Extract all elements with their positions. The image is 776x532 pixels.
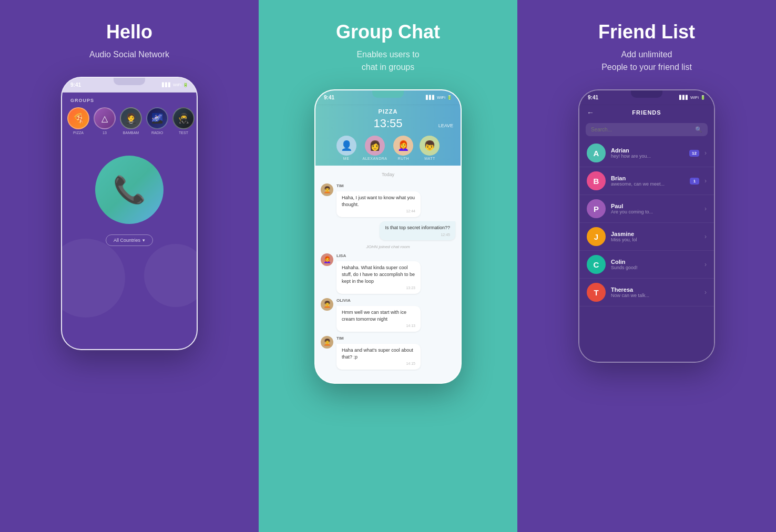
group-name-pizza: PIZZA <box>73 131 84 135</box>
group-avatar-pizza: 🍕 <box>67 107 89 129</box>
group-item-radio[interactable]: 🌌 RADIO <box>146 107 168 135</box>
mid-battery-icon: 🔋 <box>447 95 452 100</box>
avatar-tim: 🧑‍🦱 <box>321 183 333 196</box>
right-status-icons: ▋▋▋ WiFi 🔋 <box>679 95 706 100</box>
friend-item-paul[interactable]: P Paul Are you coming to... › <box>579 195 714 223</box>
call-icon: 📞 <box>113 175 146 205</box>
friend-avatar-paul: P <box>587 199 606 218</box>
group-name-bambam: BAMBAM <box>123 131 139 135</box>
friend-item-jasmine[interactable]: J Jasmine Miss you, lol › <box>579 223 714 251</box>
search-icon: 🔍 <box>695 126 702 133</box>
group-avatar-test: 🥷 <box>172 107 195 129</box>
right-phone: 9:41 ▋▋▋ WiFi 🔋 ← FRIENDS 🔍 A Adrian <box>578 89 715 363</box>
avatar-matt: 👦 <box>420 136 440 156</box>
friend-preview-adrian: hey! how are you... <box>611 154 684 159</box>
system-message: JOHN joined chat room <box>321 244 455 249</box>
friend-name-paul: Paul <box>611 203 699 209</box>
mid-group-name: PIZZA <box>379 108 398 115</box>
group-item-test[interactable]: 🥷 TEST <box>172 107 195 135</box>
time-tim1: 12:44 <box>342 209 415 214</box>
avatar-ruth: 👩‍🦰 <box>393 136 413 156</box>
bubble-group-olivia: OLIVIA Hmm well we can start with ice cr… <box>336 298 455 332</box>
time-olivia: 14:13 <box>342 323 415 329</box>
sender-tim: TIM <box>336 183 455 188</box>
deco-circle-2 <box>144 244 197 307</box>
group-item-pizza[interactable]: 🍕 PIZZA <box>67 107 89 135</box>
right-wifi-icon: WiFi <box>690 95 699 100</box>
mid-avatars: 👤 ME 👩 ALEXANDRA 👩‍🦰 RUTH 👦 MATT <box>336 136 440 160</box>
mid-time: 9:41 <box>324 95 334 100</box>
friend-preview-theresa: Now can we talk... <box>611 293 699 298</box>
friend-info-theresa: Theresa Now can we talk... <box>611 287 699 298</box>
notch-cutout <box>114 78 145 85</box>
friends-list: A Adrian hey! how are you... 12 › B Bria… <box>579 139 714 362</box>
friend-name-jasmine: Jasmine <box>611 231 699 237</box>
chat-area: Today 🧑‍🦱 TIM Haha, I just want to know … <box>315 166 461 383</box>
friend-item-adrian[interactable]: A Adrian hey! how are you... 12 › <box>579 139 714 167</box>
friends-screen-title: FRIENDS <box>632 109 661 116</box>
mid-status-icons: ▋▋▋ WiFi 🔋 <box>426 95 452 100</box>
group-name-13: 13 <box>103 131 107 135</box>
chevron-right-icon-colin: › <box>704 261 707 268</box>
left-subtitle: Audio Social Network <box>89 48 169 61</box>
avatar-ruth-label: RUTH <box>398 157 409 160</box>
friend-info-adrian: Adrian hey! how are you... <box>611 147 684 159</box>
right-battery-icon: 🔋 <box>700 95 706 100</box>
friend-item-colin[interactable]: C Colin Sunds good! › <box>579 251 714 279</box>
mid-phone: 9:41 ▋▋▋ WiFi 🔋 PIZZA LEAVE 13:55 👤 ME 👩… <box>314 89 462 384</box>
bubble-olivia: Hmm well we can start with ice cream tom… <box>336 306 421 332</box>
group-item-13[interactable]: △ 13 <box>94 107 116 135</box>
friend-avatar-jasmine: J <box>587 227 606 246</box>
left-phone: 9:41 ▋▋▋ WiFi 🔋 GROUPS 🍕 PIZZA △ 13 🤵 <box>61 77 198 350</box>
mid-header: PIZZA LEAVE 13:55 👤 ME 👩 ALEXANDRA 👩‍🦰 R… <box>315 105 461 166</box>
avatar-tim2: 🧑‍🦱 <box>321 336 333 349</box>
group-avatar-13: △ <box>94 107 116 129</box>
group-avatar-radio: 🌌 <box>146 107 168 129</box>
time-tim2: 14:15 <box>342 361 415 366</box>
avatar-olivia: 🧑‍🦱 <box>321 298 333 311</box>
bubble-tim2: Haha and what's super cool about that? :… <box>336 344 421 370</box>
wifi-icon: WiFi <box>173 83 181 87</box>
sender-olivia: OLIVIA <box>336 298 455 303</box>
time-lisa: 13:23 <box>342 285 415 291</box>
chat-row-own: Is that top secret information?? 12:45 <box>321 221 455 240</box>
friend-info-brian: Brian awesome, can we meet... <box>611 175 685 187</box>
sender-lisa: LISA <box>336 253 455 258</box>
right-notch-cutout <box>631 90 662 98</box>
bubble-lisa: Hahaha. What kinda super cool stuff, do … <box>336 261 421 294</box>
group-item-bambam[interactable]: 🤵 BAMBAM <box>120 107 142 135</box>
avatar-alexandra: 👩 <box>365 136 385 156</box>
friend-info-paul: Paul Are you coming to... <box>611 203 699 214</box>
search-input[interactable] <box>591 127 692 132</box>
friend-item-brian[interactable]: B Brian awesome, can we meet... 1 › <box>579 167 714 195</box>
groups-label: GROUPS <box>70 98 94 103</box>
mid-signal-icon: ▋▋▋ <box>426 95 435 100</box>
friend-preview-jasmine: Miss you, lol <box>611 237 699 242</box>
deco-circle-1 <box>62 239 125 318</box>
chat-row-lisa: 👩‍🦰 LISA Hahaha. What kinda super cool s… <box>321 253 455 294</box>
mid-call-time: 13:55 <box>373 117 402 130</box>
deco-circles <box>62 212 197 318</box>
chat-row-olivia: 🧑‍🦱 OLIVIA Hmm well we can start with ic… <box>321 298 455 332</box>
left-time: 9:41 <box>70 82 81 88</box>
friend-item-theresa[interactable]: T Theresa Now can we talk... › <box>579 279 714 306</box>
battery-icon: 🔋 <box>183 83 188 87</box>
group-name-radio: RADIO <box>151 131 163 135</box>
bubble-own: Is that top secret information?? 12:45 <box>380 221 455 240</box>
right-signal-icon: ▋▋▋ <box>679 95 689 100</box>
left-phone-content: GROUPS 🍕 PIZZA △ 13 🤵 BAMBAM 🌌 RADIO <box>62 93 197 349</box>
friend-preview-colin: Sunds good! <box>611 265 699 270</box>
chevron-right-icon-jasmine: › <box>704 233 707 240</box>
left-notch: 9:41 ▋▋▋ WiFi 🔋 <box>62 78 197 93</box>
right-notch: 9:41 ▋▋▋ WiFi 🔋 <box>579 90 714 105</box>
avatar-me: 👤 <box>336 136 356 156</box>
group-avatar-bambam: 🤵 <box>120 107 142 129</box>
time-own: 12:45 <box>385 232 450 238</box>
mid-wifi-icon: WiFi <box>437 95 445 100</box>
chevron-right-icon-theresa: › <box>704 289 707 296</box>
friends-search-bar[interactable]: 🔍 <box>586 123 708 136</box>
avatar-me-label: ME <box>343 157 350 160</box>
mid-leave-button[interactable]: LEAVE <box>438 123 453 128</box>
back-button[interactable]: ← <box>587 108 594 117</box>
groups-row: 🍕 PIZZA △ 13 🤵 BAMBAM 🌌 RADIO 🥷 TE <box>62 107 197 135</box>
